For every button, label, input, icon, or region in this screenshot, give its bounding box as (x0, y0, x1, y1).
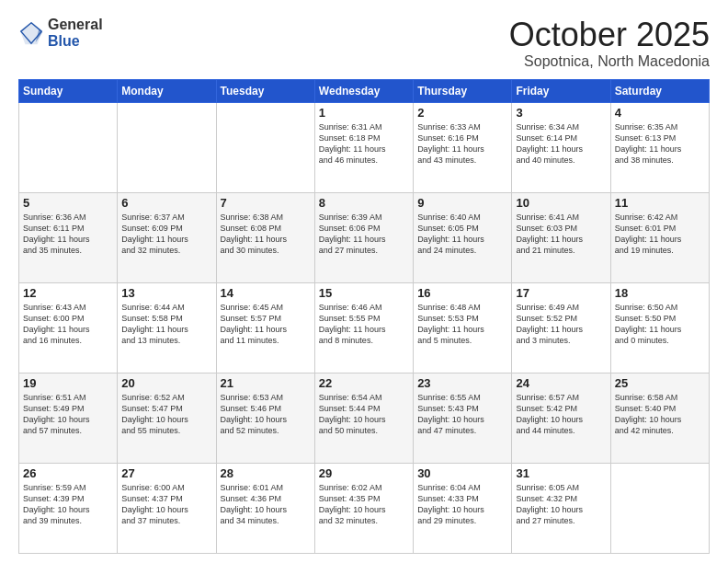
calendar-week-row: 19Sunrise: 6:51 AM Sunset: 5:49 PM Dayli… (19, 373, 710, 463)
logo-icon (18, 20, 44, 46)
day-number: 29 (319, 466, 409, 480)
day-info: Sunrise: 6:48 AM Sunset: 5:53 PM Dayligh… (417, 302, 507, 347)
day-number: 18 (615, 286, 705, 300)
day-number: 8 (319, 196, 409, 210)
day-info: Sunrise: 6:43 AM Sunset: 6:00 PM Dayligh… (23, 302, 113, 347)
header-tuesday: Tuesday (216, 79, 314, 102)
day-info: Sunrise: 6:54 AM Sunset: 5:44 PM Dayligh… (319, 392, 409, 437)
day-number: 5 (23, 196, 113, 210)
day-info: Sunrise: 6:05 AM Sunset: 4:32 PM Dayligh… (516, 482, 606, 527)
table-row: 9Sunrise: 6:40 AM Sunset: 6:05 PM Daylig… (414, 192, 512, 282)
table-row (118, 102, 216, 192)
day-number: 25 (615, 376, 705, 390)
day-info: Sunrise: 6:40 AM Sunset: 6:05 PM Dayligh… (417, 212, 507, 257)
day-info: Sunrise: 6:00 AM Sunset: 4:37 PM Dayligh… (121, 482, 211, 527)
logo-general-text: General (48, 17, 103, 33)
day-number: 3 (516, 106, 606, 120)
day-info: Sunrise: 6:49 AM Sunset: 5:52 PM Dayligh… (516, 302, 606, 347)
day-number: 10 (516, 196, 606, 210)
day-number: 4 (615, 106, 705, 120)
day-info: Sunrise: 6:45 AM Sunset: 5:57 PM Dayligh… (221, 302, 311, 347)
table-row: 3Sunrise: 6:34 AM Sunset: 6:14 PM Daylig… (512, 102, 610, 192)
table-row: 10Sunrise: 6:41 AM Sunset: 6:03 PM Dayli… (512, 192, 610, 282)
table-row: 13Sunrise: 6:44 AM Sunset: 5:58 PM Dayli… (118, 282, 216, 373)
day-info: Sunrise: 6:50 AM Sunset: 5:50 PM Dayligh… (615, 302, 705, 347)
day-number: 1 (319, 106, 409, 120)
day-number: 21 (221, 376, 311, 390)
table-row: 2Sunrise: 6:33 AM Sunset: 6:16 PM Daylig… (414, 102, 512, 192)
day-number: 14 (221, 286, 311, 300)
calendar-week-row: 5Sunrise: 6:36 AM Sunset: 6:11 PM Daylig… (19, 192, 710, 282)
day-number: 31 (516, 466, 606, 480)
day-number: 26 (23, 466, 113, 480)
table-row: 31Sunrise: 6:05 AM Sunset: 4:32 PM Dayli… (512, 463, 610, 553)
day-info: Sunrise: 6:01 AM Sunset: 4:36 PM Dayligh… (221, 482, 311, 527)
day-number: 23 (417, 376, 507, 390)
table-row: 17Sunrise: 6:49 AM Sunset: 5:52 PM Dayli… (512, 282, 610, 373)
day-info: Sunrise: 6:31 AM Sunset: 6:18 PM Dayligh… (319, 121, 409, 167)
day-info: Sunrise: 6:04 AM Sunset: 4:33 PM Dayligh… (417, 482, 507, 527)
table-row: 23Sunrise: 6:55 AM Sunset: 5:43 PM Dayli… (414, 373, 512, 463)
table-row: 16Sunrise: 6:48 AM Sunset: 5:53 PM Dayli… (414, 282, 512, 373)
day-info: Sunrise: 6:44 AM Sunset: 5:58 PM Dayligh… (121, 302, 211, 347)
day-info: Sunrise: 6:55 AM Sunset: 5:43 PM Dayligh… (417, 392, 507, 437)
table-row: 15Sunrise: 6:46 AM Sunset: 5:55 PM Dayli… (314, 282, 413, 373)
day-number: 16 (417, 286, 507, 300)
table-row (216, 102, 314, 192)
table-row: 25Sunrise: 6:58 AM Sunset: 5:40 PM Dayli… (610, 373, 709, 463)
header-thursday: Thursday (414, 79, 512, 102)
day-number: 6 (121, 196, 211, 210)
page: General Blue October 2025 Sopotnica, Nor… (0, 0, 728, 563)
table-row (19, 102, 118, 192)
day-info: Sunrise: 6:46 AM Sunset: 5:55 PM Dayligh… (319, 302, 409, 347)
day-info: Sunrise: 6:51 AM Sunset: 5:49 PM Dayligh… (23, 392, 113, 437)
table-row: 4Sunrise: 6:35 AM Sunset: 6:13 PM Daylig… (610, 102, 709, 192)
day-number: 7 (221, 196, 311, 210)
weekday-header-row: Sunday Monday Tuesday Wednesday Thursday… (19, 79, 710, 102)
calendar-title: October 2025 (509, 17, 710, 53)
table-row: 8Sunrise: 6:39 AM Sunset: 6:06 PM Daylig… (314, 192, 413, 282)
day-number: 27 (121, 466, 211, 480)
table-row: 6Sunrise: 6:37 AM Sunset: 6:09 PM Daylig… (118, 192, 216, 282)
table-row: 27Sunrise: 6:00 AM Sunset: 4:37 PM Dayli… (118, 463, 216, 553)
table-row: 29Sunrise: 6:02 AM Sunset: 4:35 PM Dayli… (314, 463, 413, 553)
day-number: 28 (221, 466, 311, 480)
table-row: 11Sunrise: 6:42 AM Sunset: 6:01 PM Dayli… (610, 192, 709, 282)
day-number: 24 (516, 376, 606, 390)
day-info: Sunrise: 6:39 AM Sunset: 6:06 PM Dayligh… (319, 212, 409, 257)
calendar-subtitle: Sopotnica, North Macedonia (509, 53, 710, 70)
table-row: 24Sunrise: 6:57 AM Sunset: 5:42 PM Dayli… (512, 373, 610, 463)
day-info: Sunrise: 6:38 AM Sunset: 6:08 PM Dayligh… (221, 212, 311, 257)
calendar-table: Sunday Monday Tuesday Wednesday Thursday… (18, 79, 710, 554)
header-friday: Friday (512, 79, 610, 102)
table-row: 28Sunrise: 6:01 AM Sunset: 4:36 PM Dayli… (216, 463, 314, 553)
day-info: Sunrise: 6:02 AM Sunset: 4:35 PM Dayligh… (319, 482, 409, 527)
day-number: 20 (121, 376, 211, 390)
table-row: 1Sunrise: 6:31 AM Sunset: 6:18 PM Daylig… (314, 102, 413, 192)
day-info: Sunrise: 6:35 AM Sunset: 6:13 PM Dayligh… (615, 121, 705, 167)
table-row (610, 463, 709, 553)
day-number: 12 (23, 286, 113, 300)
calendar-week-row: 1Sunrise: 6:31 AM Sunset: 6:18 PM Daylig… (19, 102, 710, 192)
day-info: Sunrise: 6:36 AM Sunset: 6:11 PM Dayligh… (23, 212, 113, 257)
table-row: 18Sunrise: 6:50 AM Sunset: 5:50 PM Dayli… (610, 282, 709, 373)
table-row: 19Sunrise: 6:51 AM Sunset: 5:49 PM Dayli… (19, 373, 118, 463)
logo-text: General Blue (48, 17, 103, 49)
table-row: 21Sunrise: 6:53 AM Sunset: 5:46 PM Dayli… (216, 373, 314, 463)
day-number: 9 (417, 196, 507, 210)
table-row: 30Sunrise: 6:04 AM Sunset: 4:33 PM Dayli… (414, 463, 512, 553)
day-info: Sunrise: 6:34 AM Sunset: 6:14 PM Dayligh… (516, 121, 606, 167)
day-number: 11 (615, 196, 705, 210)
day-number: 22 (319, 376, 409, 390)
logo-blue-text: Blue (48, 33, 103, 50)
day-info: Sunrise: 6:42 AM Sunset: 6:01 PM Dayligh… (615, 212, 705, 257)
header-monday: Monday (118, 79, 216, 102)
table-row: 26Sunrise: 5:59 AM Sunset: 4:39 PM Dayli… (19, 463, 118, 553)
day-number: 15 (319, 286, 409, 300)
calendar-week-row: 12Sunrise: 6:43 AM Sunset: 6:00 PM Dayli… (19, 282, 710, 373)
day-number: 19 (23, 376, 113, 390)
calendar-week-row: 26Sunrise: 5:59 AM Sunset: 4:39 PM Dayli… (19, 463, 710, 553)
header-saturday: Saturday (610, 79, 709, 102)
day-info: Sunrise: 6:52 AM Sunset: 5:47 PM Dayligh… (121, 392, 211, 437)
table-row: 12Sunrise: 6:43 AM Sunset: 6:00 PM Dayli… (19, 282, 118, 373)
